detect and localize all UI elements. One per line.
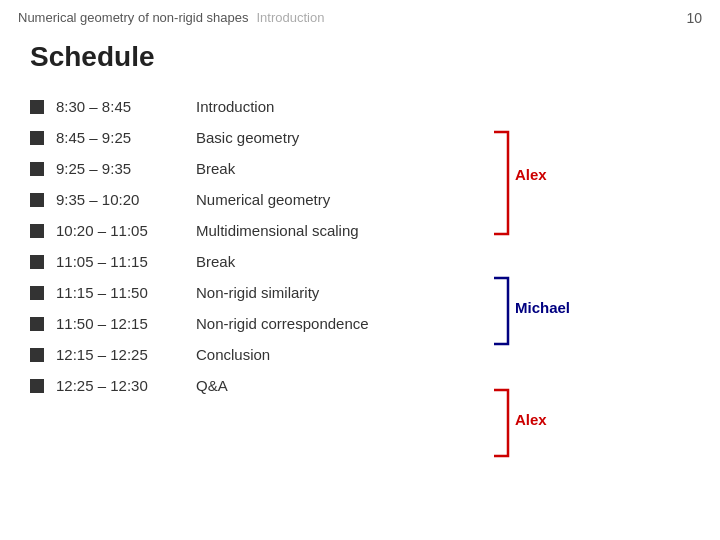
topic-cell: Break (196, 253, 690, 270)
bullet-icon (30, 162, 44, 176)
table-row: 10:20 – 11:05Multidimensional scaling (30, 215, 690, 246)
time-cell: 9:35 – 10:20 (56, 191, 196, 208)
bullet-icon (30, 317, 44, 331)
bracket-alex2 (490, 386, 512, 460)
bullet-icon (30, 286, 44, 300)
bullet-icon (30, 100, 44, 114)
bullet-icon (30, 193, 44, 207)
bracket-alex (490, 128, 512, 238)
topic-cell: Basic geometry (196, 129, 690, 146)
table-row: 11:05 – 11:15Break (30, 246, 690, 277)
topic-cell: Multidimensional scaling (196, 222, 690, 239)
time-cell: 9:25 – 9:35 (56, 160, 196, 177)
bullet-icon (30, 379, 44, 393)
table-row: 12:15 – 12:25Conclusion (30, 339, 690, 370)
michael-label: Michael (515, 299, 675, 316)
header-subtitle: Introduction (257, 10, 325, 25)
bullet-icon (30, 131, 44, 145)
slide-header: Numerical geometry of non-rigid shapes I… (0, 0, 720, 31)
table-row: 12:25 – 12:30Q&A (30, 370, 690, 401)
schedule-table: 8:30 – 8:45Introduction8:45 – 9:25Basic … (0, 91, 720, 401)
time-cell: 11:50 – 12:15 (56, 315, 196, 332)
slide-title: Schedule (0, 31, 720, 91)
time-cell: 12:15 – 12:25 (56, 346, 196, 363)
time-cell: 8:30 – 8:45 (56, 98, 196, 115)
page-number: 10 (686, 10, 702, 26)
time-cell: 11:15 – 11:50 (56, 284, 196, 301)
bullet-icon (30, 224, 44, 238)
time-cell: 10:20 – 11:05 (56, 222, 196, 239)
topic-cell: Non-rigid correspondence (196, 315, 690, 332)
topic-cell: Introduction (196, 98, 690, 115)
time-cell: 12:25 – 12:30 (56, 377, 196, 394)
bracket-michael (490, 274, 512, 348)
topic-cell: Q&A (196, 377, 690, 394)
table-row: 9:35 – 10:20Numerical geometry (30, 184, 690, 215)
table-row: 8:30 – 8:45Introduction (30, 91, 690, 122)
alex-label-1: Alex (515, 166, 660, 183)
bullet-icon (30, 255, 44, 269)
bullet-icon (30, 348, 44, 362)
table-row: 8:45 – 9:25Basic geometry (30, 122, 690, 153)
topic-cell: Conclusion (196, 346, 690, 363)
header-title: Numerical geometry of non-rigid shapes (18, 10, 249, 25)
time-cell: 11:05 – 11:15 (56, 253, 196, 270)
topic-cell: Numerical geometry (196, 191, 690, 208)
time-cell: 8:45 – 9:25 (56, 129, 196, 146)
alex-label-2: Alex (515, 411, 660, 428)
